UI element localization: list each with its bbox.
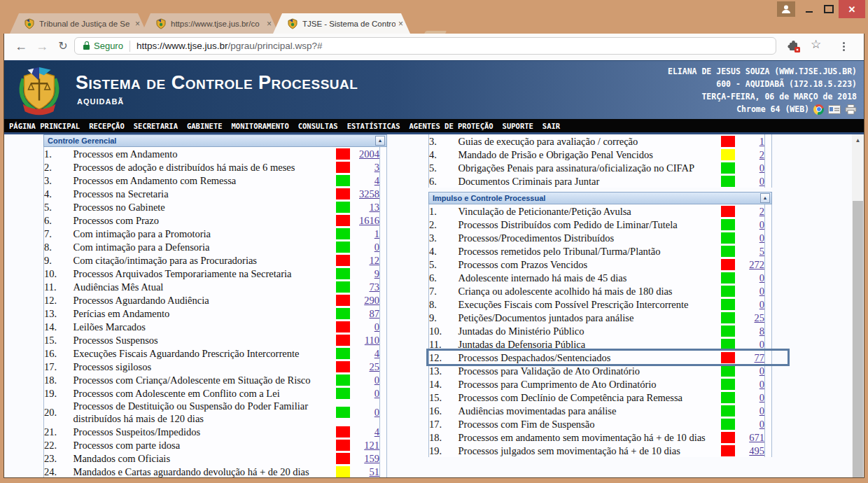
count-link[interactable]: 110 [365,335,379,346]
address-bar[interactable]: Seguro https://www.tjse.jus.br/pgrau/pri… [74,37,776,55]
count-link[interactable]: 0 [760,162,764,174]
count-link[interactable]: 0 [760,176,764,187]
status-indicator [721,392,735,403]
row-number: 3. [429,134,458,148]
count-link[interactable]: 51 [370,466,380,477]
collapse-panel-icon[interactable]: ▲ [375,136,385,146]
count-link[interactable]: 290 [364,295,379,306]
menu-item-pagina-principal[interactable]: PÁGINA PRINCIPAL [9,122,80,130]
count-link[interactable]: 2 [760,149,764,160]
count-link[interactable]: 9 [374,268,379,279]
browser-tab-tribunal[interactable]: Tribunal de Justiça de Se × [10,13,147,34]
row-spacer [380,267,387,280]
count-link[interactable]: 1 [760,136,764,147]
back-icon[interactable]: ← [13,38,29,55]
row-spacer [765,351,772,364]
count-link[interactable]: 3 [374,162,379,173]
row-spacer [765,271,772,284]
count-link[interactable]: 13 [370,202,380,213]
menu-item-estatisticas[interactable]: ESTATÍSTICAS [347,122,400,130]
browser-menu-icon[interactable] [837,39,850,53]
count-link[interactable]: 25 [755,312,765,323]
count-link[interactable]: 272 [749,259,764,270]
row-number: 10. [429,324,458,337]
table-row: 5.Processos com Prazos Vencidos272 [429,258,772,271]
scrollbar-thumb[interactable] [853,201,863,477]
count-link[interactable]: 0 [760,379,764,390]
count-link[interactable]: 0 [374,321,379,332]
count-link[interactable]: 77 [755,352,765,363]
count-link[interactable]: 0 [374,407,379,418]
menu-item-sair[interactable]: SAIR [542,122,560,130]
count-link[interactable]: 0 [760,232,764,244]
count-link[interactable]: 3258 [359,188,379,200]
panel-title: Impulso e Controle Processual [433,194,545,202]
count-link[interactable]: 4 [374,348,379,359]
count-link[interactable]: 4 [374,175,379,186]
menu-item-monitoramento[interactable]: MONITORAMENTO [232,122,289,130]
row-spacer [765,161,772,174]
row-number: 11. [429,337,458,351]
browser-tab-sistema-active[interactable]: TJSE - Sistema de Contro × [273,13,410,34]
count-link[interactable]: 87 [370,308,380,319]
count-link[interactable]: 0 [760,272,764,284]
bookmark-star-icon[interactable]: ☆ [811,37,821,52]
collapse-panel-icon[interactable]: ▲ [760,193,770,203]
count-link[interactable]: 121 [364,440,379,451]
menu-item-secretaria[interactable]: SECRETARIA [134,122,178,130]
scrollbar-up-icon[interactable]: ▲ [852,134,864,146]
row-label: Processos com Adolescente em Conflito co… [74,386,336,400]
forward-icon[interactable]: → [34,38,50,55]
row-spacer [380,200,387,214]
count-link[interactable]: 0 [760,339,764,350]
count-link[interactable]: 0 [760,365,764,377]
row-label: Perícias em Andamento [74,307,336,320]
menu-item-consultas[interactable]: CONSULTAS [298,122,338,130]
menu-item-suporte[interactable]: SUPORTE [503,122,533,130]
extension-button[interactable] [787,39,801,53]
row-number: 11. [44,280,74,293]
tab-close-icon[interactable]: × [135,19,140,29]
menu-item-recepcao[interactable]: RECEPÇÃO [89,122,125,130]
count-link[interactable]: 671 [749,432,764,443]
table-row: 2.Processos de adoção e distribuídos há … [44,160,387,174]
panel-header: Impulso e Controle Processual ▲ [428,192,772,204]
count-link[interactable]: 0 [760,405,764,416]
row-label: Mandados com Oficiais [74,451,336,465]
count-link[interactable]: 2004 [359,148,379,160]
row-label: Com citação/intimação para as Procurador… [74,253,336,267]
tab-close-icon[interactable]: × [398,19,403,29]
count-link[interactable]: 4 [374,426,379,438]
count-link[interactable]: 495 [749,445,764,456]
count-link[interactable]: 5 [760,246,764,257]
count-link[interactable]: 8 [760,326,764,337]
row-number: 1. [44,147,74,160]
count-link[interactable]: 0 [760,299,764,310]
count-link[interactable]: 1616 [359,215,379,226]
count-link[interactable]: 0 [374,388,379,399]
count-link[interactable]: 2 [760,206,764,217]
menu-item-gabinete[interactable]: GABINETE [187,122,223,130]
browser-tab-url[interactable]: https://www.tjse.jus.br/co × [141,13,279,34]
id-card-icon[interactable] [828,105,841,114]
count-link[interactable]: 159 [364,453,379,464]
page-scrollbar[interactable]: ▲ [852,134,864,477]
count-link[interactable]: 0 [760,219,764,230]
printer-icon[interactable] [845,104,857,115]
count-link[interactable]: 0 [760,392,764,403]
row-spacer [380,174,387,187]
menu-item-agentes-de-protecao[interactable]: AGENTES DE PROTEÇÃO [409,122,493,130]
count-link[interactable]: 1 [374,228,379,239]
count-link[interactable]: 0 [374,241,379,253]
tab-close-icon[interactable]: × [267,19,272,29]
status-indicator [336,228,350,239]
count-link[interactable]: 12 [370,255,380,266]
count-link[interactable]: 73 [370,281,380,293]
count-link[interactable]: 0 [374,374,379,386]
row-number: 21. [44,425,74,438]
count-link[interactable]: 0 [760,419,764,430]
count-link[interactable]: 25 [370,361,380,372]
count-link[interactable]: 0 [760,286,764,297]
reload-icon[interactable]: ↻ [55,38,71,55]
row-label: Processos com Declínio de Competência pa… [458,391,721,404]
